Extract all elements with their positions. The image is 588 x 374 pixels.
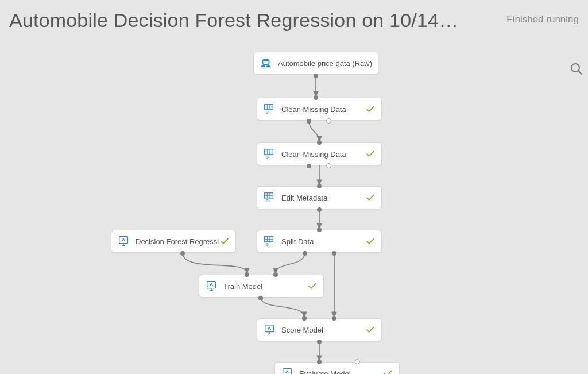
output-port[interactable] [307, 119, 311, 124]
node-train-model[interactable]: Train Model [199, 275, 324, 298]
node-label: Edit Metadata [281, 194, 365, 202]
output-port[interactable] [307, 164, 311, 168]
compute-icon [205, 280, 218, 292]
input-port[interactable] [317, 360, 322, 364]
input-port[interactable] [314, 95, 318, 100]
svg-text:⚙: ⚙ [265, 110, 269, 115]
dataset-icon [260, 57, 272, 70]
status-ok-icon [307, 281, 318, 291]
output-port[interactable] [314, 74, 318, 78]
output-port[interactable] [258, 296, 263, 300]
status-ok-icon [219, 236, 230, 246]
compute-icon [281, 367, 293, 374]
input-port[interactable] [317, 228, 322, 232]
node-label: Clean Missing Data [281, 105, 365, 114]
status-ok-icon [365, 192, 376, 203]
output-port-open[interactable] [326, 163, 331, 168]
node-edit-metadata[interactable]: ⚙ Edit Metadata [257, 186, 382, 209]
status-ok-icon [383, 368, 393, 374]
status-ok-icon [365, 236, 376, 246]
input-port[interactable] [245, 272, 249, 277]
experiment-canvas[interactable]: Automobile price data (Raw) ⚙ Clean Miss… [0, 40, 588, 374]
output-port[interactable] [303, 251, 307, 256]
output-port-open[interactable] [326, 118, 331, 124]
status-ok-icon [365, 325, 376, 335]
grid-icon: ⚙ [263, 103, 276, 115]
input-port[interactable] [317, 184, 322, 188]
svg-text:⚙: ⚙ [265, 155, 269, 160]
status-ok-icon [365, 149, 376, 159]
input-port[interactable] [317, 140, 322, 145]
output-port[interactable] [332, 251, 336, 256]
node-score-model[interactable]: Score Model [257, 318, 382, 341]
status-ok-icon [365, 104, 376, 114]
input-port[interactable] [302, 316, 307, 321]
svg-rect-28 [207, 282, 216, 288]
node-split-data[interactable]: ⚙ Split Data [257, 230, 382, 253]
node-label: Evaluate Model [299, 369, 383, 375]
output-port[interactable] [180, 251, 185, 256]
svg-point-3 [261, 65, 265, 68]
svg-text:⚙: ⚙ [265, 242, 269, 247]
input-port-open[interactable] [355, 359, 360, 364]
input-port[interactable] [273, 272, 278, 277]
status-badge: Finished running [506, 14, 579, 25]
node-label: Split Data [281, 237, 365, 246]
node-clean-missing-data-2[interactable]: ⚙ Clean Missing Data [257, 142, 382, 165]
grid-icon: ⚙ [263, 148, 276, 160]
output-port[interactable] [317, 207, 322, 212]
node-evaluate-model[interactable]: Evaluate Model [274, 362, 400, 374]
node-label: Train Model [223, 282, 307, 291]
svg-point-2 [263, 59, 269, 62]
node-label: Score Model [281, 326, 365, 334]
node-label: Decision Forest Regression [136, 237, 219, 246]
node-automobile-price-data[interactable]: Automobile price data (Raw) [253, 52, 378, 75]
node-label: Clean Missing Data [281, 150, 365, 159]
grid-icon: ⚙ [263, 235, 276, 248]
output-port[interactable] [317, 340, 322, 344]
compute-icon [263, 323, 276, 336]
svg-point-4 [266, 65, 270, 68]
grid-icon: ⚙ [263, 191, 276, 204]
compute-icon [117, 235, 130, 248]
page-title: Automobile Decision Forest Regression on… [9, 9, 458, 32]
node-label: Automobile price data (Raw) [278, 59, 372, 68]
svg-rect-31 [265, 325, 274, 332]
input-port[interactable] [332, 316, 336, 321]
svg-text:⚙: ⚙ [265, 198, 269, 203]
node-clean-missing-data-1[interactable]: ⚙ Clean Missing Data [257, 98, 382, 121]
node-decision-forest-regression[interactable]: Decision Forest Regression [111, 230, 236, 253]
svg-rect-25 [119, 237, 128, 244]
